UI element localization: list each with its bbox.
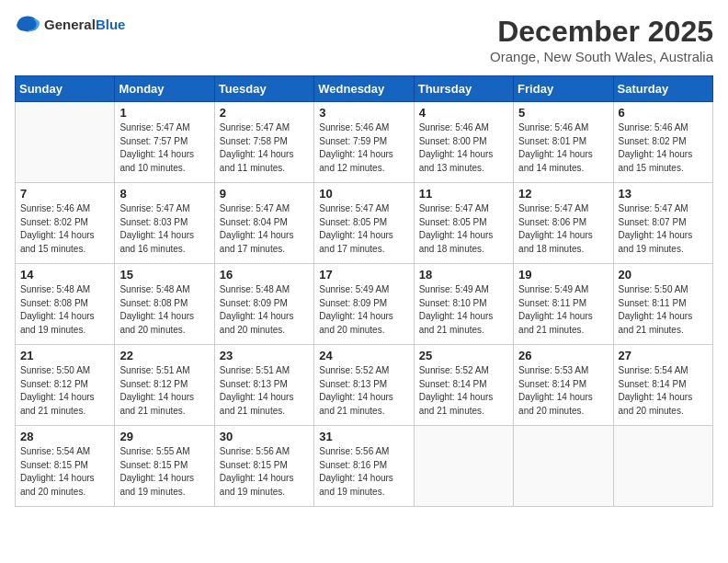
calendar-cell: 9Sunrise: 5:47 AM Sunset: 8:04 PM Daylig… (214, 183, 313, 264)
cell-content: Sunrise: 5:47 AM Sunset: 8:04 PM Dayligh… (220, 202, 309, 256)
week-row-5: 28Sunrise: 5:54 AM Sunset: 8:15 PM Dayli… (16, 426, 713, 507)
cell-content: Sunrise: 5:50 AM Sunset: 8:11 PM Dayligh… (619, 283, 708, 337)
calendar-cell (514, 426, 613, 507)
logo-blue-text: Blue (96, 17, 126, 32)
cell-content: Sunrise: 5:47 AM Sunset: 8:07 PM Dayligh… (619, 202, 708, 256)
calendar-cell: 6Sunrise: 5:46 AM Sunset: 8:02 PM Daylig… (613, 102, 712, 183)
calendar-cell (414, 426, 513, 507)
calendar-cell: 17Sunrise: 5:49 AM Sunset: 8:09 PM Dayli… (314, 264, 414, 345)
calendar-cell: 19Sunrise: 5:49 AM Sunset: 8:11 PM Dayli… (514, 264, 613, 345)
cell-content: Sunrise: 5:46 AM Sunset: 8:02 PM Dayligh… (20, 202, 109, 256)
cell-content: Sunrise: 5:47 AM Sunset: 7:57 PM Dayligh… (119, 121, 209, 175)
cell-content: Sunrise: 5:46 AM Sunset: 8:02 PM Dayligh… (619, 121, 708, 175)
day-number: 29 (119, 430, 209, 443)
calendar-cell: 3Sunrise: 5:46 AM Sunset: 7:59 PM Daylig… (314, 102, 414, 183)
calendar-cell: 25Sunrise: 5:52 AM Sunset: 8:14 PM Dayli… (414, 345, 513, 426)
calendar-cell: 1Sunrise: 5:47 AM Sunset: 7:57 PM Daylig… (115, 102, 214, 183)
header-day-friday: Friday (514, 76, 613, 102)
calendar-cell: 22Sunrise: 5:51 AM Sunset: 8:12 PM Dayli… (115, 345, 214, 426)
calendar-cell: 24Sunrise: 5:52 AM Sunset: 8:13 PM Dayli… (314, 345, 414, 426)
cell-content: Sunrise: 5:51 AM Sunset: 8:13 PM Dayligh… (220, 364, 309, 418)
calendar-cell: 4Sunrise: 5:46 AM Sunset: 8:00 PM Daylig… (414, 102, 513, 183)
location-subtitle: Orange, New South Wales, Australia (490, 49, 713, 64)
day-number: 1 (119, 106, 209, 120)
day-number: 12 (518, 187, 608, 201)
day-number: 23 (220, 349, 309, 362)
day-number: 16 (220, 268, 309, 282)
day-number: 5 (518, 106, 608, 120)
cell-content: Sunrise: 5:48 AM Sunset: 8:08 PM Dayligh… (119, 283, 209, 337)
cell-content: Sunrise: 5:48 AM Sunset: 8:09 PM Dayligh… (220, 283, 309, 337)
calendar-cell: 13Sunrise: 5:47 AM Sunset: 8:07 PM Dayli… (613, 183, 712, 264)
calendar-cell (613, 426, 712, 507)
calendar-cell: 21Sunrise: 5:50 AM Sunset: 8:12 PM Dayli… (16, 345, 115, 426)
day-number: 20 (619, 268, 708, 282)
day-number: 26 (518, 349, 608, 362)
cell-content: Sunrise: 5:56 AM Sunset: 8:15 PM Dayligh… (220, 445, 309, 499)
month-year-title: December 2025 (490, 15, 713, 49)
day-number: 6 (619, 106, 708, 120)
calendar-cell: 7Sunrise: 5:46 AM Sunset: 8:02 PM Daylig… (16, 183, 115, 264)
logo-general-text: General (44, 17, 96, 32)
calendar-cell: 10Sunrise: 5:47 AM Sunset: 8:05 PM Dayli… (314, 183, 414, 264)
week-row-4: 21Sunrise: 5:50 AM Sunset: 8:12 PM Dayli… (16, 345, 713, 426)
title-block: December 2025 Orange, New South Wales, A… (490, 15, 713, 64)
cell-content: Sunrise: 5:46 AM Sunset: 7:59 PM Dayligh… (319, 121, 408, 175)
page-header: General Blue December 2025 Orange, New S… (15, 15, 713, 64)
logo-icon (15, 15, 40, 33)
day-number: 3 (319, 106, 408, 120)
cell-content: Sunrise: 5:47 AM Sunset: 7:58 PM Dayligh… (220, 121, 309, 175)
calendar-cell: 27Sunrise: 5:54 AM Sunset: 8:14 PM Dayli… (613, 345, 712, 426)
day-number: 31 (319, 430, 408, 443)
header-day-thursday: Thursday (414, 76, 513, 102)
cell-content: Sunrise: 5:55 AM Sunset: 8:15 PM Dayligh… (119, 445, 209, 499)
cell-content: Sunrise: 5:51 AM Sunset: 8:12 PM Dayligh… (119, 364, 209, 418)
cell-content: Sunrise: 5:47 AM Sunset: 8:05 PM Dayligh… (319, 202, 408, 256)
cell-content: Sunrise: 5:52 AM Sunset: 8:13 PM Dayligh… (319, 364, 408, 418)
header-day-monday: Monday (115, 76, 214, 102)
calendar-cell: 12Sunrise: 5:47 AM Sunset: 8:06 PM Dayli… (514, 183, 613, 264)
cell-content: Sunrise: 5:54 AM Sunset: 8:15 PM Dayligh… (20, 445, 109, 499)
day-number: 18 (419, 268, 508, 282)
cell-content: Sunrise: 5:54 AM Sunset: 8:14 PM Dayligh… (619, 364, 708, 418)
logo: General Blue (15, 15, 125, 33)
day-number: 30 (220, 430, 309, 443)
day-number: 2 (220, 106, 309, 120)
cell-content: Sunrise: 5:49 AM Sunset: 8:11 PM Dayligh… (518, 283, 608, 337)
calendar-cell: 26Sunrise: 5:53 AM Sunset: 8:14 PM Dayli… (514, 345, 613, 426)
cell-content: Sunrise: 5:53 AM Sunset: 8:14 PM Dayligh… (518, 364, 608, 418)
calendar-cell: 18Sunrise: 5:49 AM Sunset: 8:10 PM Dayli… (414, 264, 513, 345)
calendar-cell: 16Sunrise: 5:48 AM Sunset: 8:09 PM Dayli… (214, 264, 313, 345)
day-number: 27 (619, 349, 708, 362)
day-number: 8 (119, 187, 209, 201)
day-number: 10 (319, 187, 408, 201)
day-number: 13 (619, 187, 708, 201)
day-number: 21 (20, 349, 109, 362)
day-number: 11 (419, 187, 508, 201)
header-day-sunday: Sunday (16, 76, 115, 102)
cell-content: Sunrise: 5:47 AM Sunset: 8:03 PM Dayligh… (119, 202, 209, 256)
cell-content: Sunrise: 5:48 AM Sunset: 8:08 PM Dayligh… (20, 283, 109, 337)
day-number: 17 (319, 268, 408, 282)
day-number: 9 (220, 187, 309, 201)
calendar-cell: 28Sunrise: 5:54 AM Sunset: 8:15 PM Dayli… (16, 426, 115, 507)
header-day-wednesday: Wednesday (314, 76, 414, 102)
cell-content: Sunrise: 5:56 AM Sunset: 8:16 PM Dayligh… (319, 445, 408, 499)
cell-content: Sunrise: 5:50 AM Sunset: 8:12 PM Dayligh… (20, 364, 109, 418)
day-number: 14 (20, 268, 109, 282)
calendar-header: SundayMondayTuesdayWednesdayThursdayFrid… (16, 76, 713, 102)
calendar-table: SundayMondayTuesdayWednesdayThursdayFrid… (15, 75, 713, 507)
day-number: 24 (319, 349, 408, 362)
day-number: 25 (419, 349, 508, 362)
day-number: 19 (518, 268, 608, 282)
cell-content: Sunrise: 5:46 AM Sunset: 8:00 PM Dayligh… (419, 121, 508, 175)
calendar-cell: 23Sunrise: 5:51 AM Sunset: 8:13 PM Dayli… (214, 345, 313, 426)
cell-content: Sunrise: 5:46 AM Sunset: 8:01 PM Dayligh… (518, 121, 608, 175)
week-row-2: 7Sunrise: 5:46 AM Sunset: 8:02 PM Daylig… (16, 183, 713, 264)
day-number: 7 (20, 187, 109, 201)
cell-content: Sunrise: 5:52 AM Sunset: 8:14 PM Dayligh… (419, 364, 508, 418)
calendar-cell: 11Sunrise: 5:47 AM Sunset: 8:05 PM Dayli… (414, 183, 513, 264)
calendar-cell: 30Sunrise: 5:56 AM Sunset: 8:15 PM Dayli… (214, 426, 313, 507)
cell-content: Sunrise: 5:49 AM Sunset: 8:09 PM Dayligh… (319, 283, 408, 337)
calendar-cell: 5Sunrise: 5:46 AM Sunset: 8:01 PM Daylig… (514, 102, 613, 183)
